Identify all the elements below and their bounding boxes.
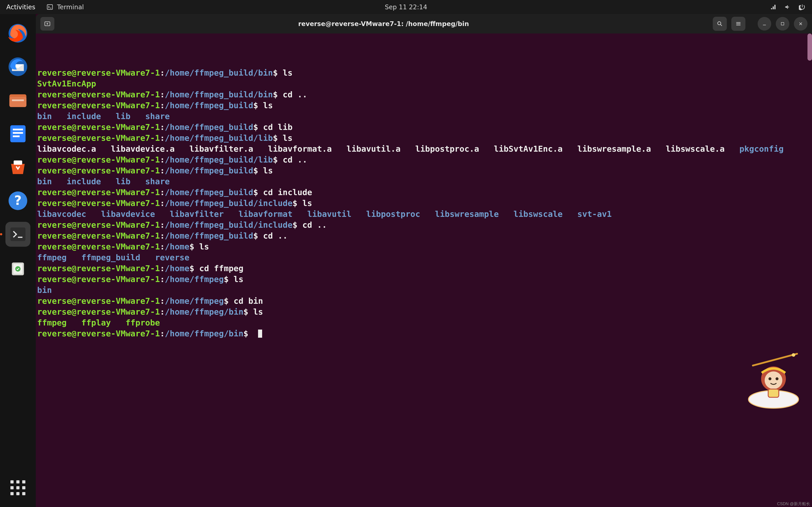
svg-text:?: ? (14, 193, 22, 208)
new-tab-icon (44, 20, 51, 27)
terminal-line: reverse@reverse-VMware7-1:/home$ ls (37, 241, 811, 252)
terminal-line: reverse@reverse-VMware7-1:/home/ffmpeg_b… (37, 198, 811, 209)
terminal-line: reverse@reverse-VMware7-1:/home/ffmpeg_b… (37, 165, 811, 176)
svg-point-18 (718, 22, 721, 25)
svg-rect-10 (14, 161, 22, 165)
current-app-indicator[interactable]: Terminal (47, 3, 84, 11)
dock-libreoffice-writer[interactable] (5, 121, 30, 146)
gnome-top-panel: Activities Terminal Sep 11 22:14 (0, 0, 812, 14)
terminal-line: reverse@reverse-VMware7-1:/home/ffmpeg/b… (37, 328, 811, 339)
terminal-output: bin include lib share (37, 111, 811, 122)
terminal-output: libavcodec.a libavdevice.a libavfilter.a… (37, 144, 811, 154)
minimize-button[interactable] (758, 17, 771, 31)
terminal-line: reverse@reverse-VMware7-1:/home/ffmpeg/b… (37, 306, 811, 317)
close-icon (798, 21, 803, 26)
terminal-output: ffmpeg ffplay ffprobe (37, 317, 811, 328)
svg-rect-5 (12, 99, 24, 101)
terminal-window: reverse@reverse-VMware7-1: /home/ffmpeg/… (36, 14, 812, 507)
maximize-button[interactable] (776, 17, 789, 31)
terminal-output: bin include lib share (37, 176, 811, 187)
terminal-output: bin (37, 285, 811, 296)
clock[interactable]: Sep 11 22:14 (385, 3, 427, 11)
svg-rect-19 (781, 22, 784, 25)
dock-trash[interactable] (5, 255, 30, 280)
volume-icon[interactable] (784, 4, 791, 10)
terminal-icon (47, 4, 53, 10)
maximize-icon (780, 21, 785, 26)
terminal-output: ffmpeg ffmpeg_build reverse (37, 252, 811, 263)
dock: ? (0, 14, 36, 507)
mascot-overlay (744, 351, 803, 410)
terminal-line: reverse@reverse-VMware7-1:/home/ffmpeg_b… (37, 67, 811, 78)
svg-rect-9 (13, 135, 20, 137)
terminal-line: reverse@reverse-VMware7-1:/home/ffmpeg_b… (37, 133, 811, 144)
hamburger-menu-button[interactable] (731, 17, 745, 31)
dock-thunderbird[interactable] (5, 54, 30, 79)
watermark-text: CSDN @新月船长 (777, 501, 810, 507)
svg-rect-13 (10, 227, 26, 241)
svg-point-22 (778, 393, 795, 401)
dock-terminal[interactable] (5, 222, 30, 247)
terminal-output: SvtAv1EncApp (37, 78, 811, 89)
svg-point-26 (768, 377, 771, 380)
svg-point-21 (754, 394, 769, 401)
activities-button[interactable]: Activities (6, 3, 35, 11)
terminal-line: reverse@reverse-VMware7-1:/home/ffmpeg_b… (37, 230, 811, 241)
terminal-body[interactable]: reverse@reverse-VMware7-1:/home/ffmpeg_b… (36, 34, 812, 507)
terminal-output: libavcodec libavdevice libavfilter libav… (37, 209, 811, 220)
search-icon (717, 20, 723, 27)
dock-help[interactable]: ? (5, 188, 30, 213)
power-icon[interactable] (799, 4, 806, 10)
svg-point-23 (792, 353, 796, 357)
terminal-line: reverse@reverse-VMware7-1:/home/ffmpeg_b… (37, 122, 811, 133)
window-title: reverse@reverse-VMware7-1: /home/ffmpeg/… (54, 20, 713, 27)
terminal-line: reverse@reverse-VMware7-1:/home/ffmpeg_b… (37, 89, 811, 100)
dock-show-apps[interactable] (5, 475, 30, 500)
dock-software[interactable] (5, 155, 30, 180)
terminal-line: reverse@reverse-VMware7-1:/home/ffmpeg$ … (37, 296, 811, 306)
svg-rect-4 (9, 97, 27, 107)
terminal-line: reverse@reverse-VMware7-1:/home/ffmpeg_b… (37, 100, 811, 111)
svg-rect-28 (768, 389, 779, 397)
svg-rect-0 (47, 5, 52, 9)
dock-files[interactable] (5, 88, 30, 113)
svg-rect-8 (13, 132, 23, 134)
apps-grid-icon (10, 480, 26, 495)
terminal-line: reverse@reverse-VMware7-1:/home/ffmpeg_b… (37, 154, 811, 165)
dock-firefox[interactable] (5, 21, 30, 46)
svg-rect-7 (13, 129, 23, 130)
terminal-line: reverse@reverse-VMware7-1:/home$ cd ffmp… (37, 263, 811, 274)
titlebar: reverse@reverse-VMware7-1: /home/ffmpeg/… (36, 14, 812, 34)
terminal-line: reverse@reverse-VMware7-1:/home/ffmpeg$ … (37, 274, 811, 285)
minimize-icon (762, 21, 767, 26)
svg-point-25 (765, 372, 782, 389)
new-tab-button[interactable] (40, 17, 54, 31)
terminal-line: reverse@reverse-VMware7-1:/home/ffmpeg_b… (37, 187, 811, 198)
terminal-line: reverse@reverse-VMware7-1:/home/ffmpeg_b… (37, 220, 811, 230)
cursor (258, 330, 262, 338)
close-button[interactable] (794, 17, 807, 31)
svg-point-27 (775, 377, 778, 380)
search-button[interactable] (713, 17, 727, 31)
current-app-label: Terminal (57, 3, 84, 11)
hamburger-icon (735, 20, 742, 27)
network-icon[interactable] (770, 4, 777, 10)
scrollbar-thumb[interactable] (807, 34, 812, 61)
